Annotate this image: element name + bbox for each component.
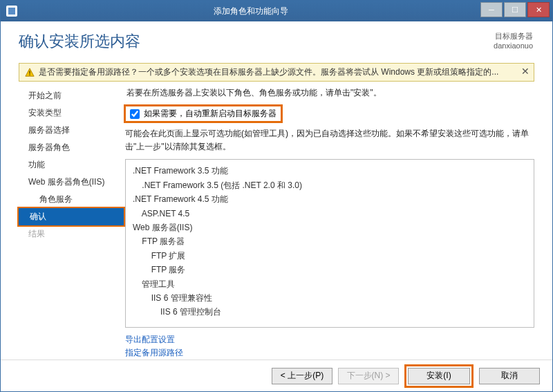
optional-features-explain: 可能会在此页面上显示可选功能(如管理工具)，因为已自动选择这些功能。如果不希望安… [125,127,534,153]
feature-item: FTP 扩展 [133,249,527,263]
next-button: 下一步(N) > [338,368,399,384]
target-server-name: danxiaonuo [494,41,533,50]
warning-bar: 是否需要指定备用源路径？一个或多个安装选项在目标服务器上缺少源文件。服务器将尝试… [19,63,534,82]
warning-close-icon[interactable]: ✕ [521,66,529,77]
sidebar-item-install-type[interactable]: 安装类型 [1,104,125,122]
close-icon: ✕ [536,6,542,14]
button-label: 取消 [501,370,518,382]
button-label: < 上一步(P) [281,370,324,382]
feature-item: .NET Framework 3.5 (包括 .NET 2.0 和 3.0) [133,178,527,192]
export-config-link[interactable]: 导出配置设置 [125,333,534,346]
target-server-label: 目标服务器 [494,31,533,41]
auto-restart-checkbox[interactable] [130,109,140,119]
sidebar-item-label: 开始之前 [28,91,62,100]
sidebar-item-label: 确认 [30,212,46,221]
cancel-button[interactable]: 取消 [479,368,540,384]
titlebar: 添加角色和功能向导 ─ ☐ ✕ [1,1,552,21]
sidebar-item-results: 结果 [1,225,125,243]
sidebar-item-confirm[interactable]: 确认 [19,208,124,225]
auto-restart-row: 如果需要，自动重新启动目标服务器 [124,104,283,123]
wizard-icon [6,6,17,17]
minimize-icon: ─ [489,6,494,14]
close-button[interactable]: ✕ [527,2,550,17]
feature-item: FTP 服务 [133,263,527,277]
page-title: 确认安装所选内容 [19,31,140,52]
auto-restart-label: 如果需要，自动重新启动目标服务器 [144,108,276,120]
window-buttons: ─ ☐ ✕ [480,1,552,21]
feature-item: .NET Framework 4.5 功能 [133,192,527,206]
feature-item: Web 服务器(IIS) [133,221,527,234]
sidebar-item-begin[interactable]: 开始之前 [1,87,125,104]
button-label: 下一步(N) > [347,370,391,382]
sidebar-item-features[interactable]: 功能 [1,156,125,174]
svg-rect-2 [29,74,30,75]
sidebar-item-label: 安装类型 [28,108,62,118]
feature-item: IIS 6 管理兼容性 [133,291,527,305]
links-row: 导出配置设置 指定备用源路径 [125,333,534,360]
svg-rect-1 [29,71,30,73]
button-label: 安装(I) [427,370,451,382]
sidebar-item-label: 服务器选择 [28,125,70,135]
sidebar-item-server-roles[interactable]: 服务器角色 [1,139,125,156]
sidebar-item-label: 服务器角色 [28,142,70,152]
main-pane: 若要在所选服务器上安装以下角色、角色服务或功能，请单击"安装"。 如果需要，自动… [125,86,534,360]
maximize-icon: ☐ [512,6,518,14]
sidebar-item-iis[interactable]: Web 服务器角色(IIS) [1,174,125,191]
footer: < 上一步(P) 下一步(N) > 安装(I) 取消 [1,360,552,391]
sidebar-item-server-select[interactable]: 服务器选择 [1,122,125,139]
minimize-button[interactable]: ─ [480,2,503,17]
install-highlight: 安装(I) [404,364,474,388]
target-server-info: 目标服务器 danxiaonuo [494,31,533,50]
wizard-sidebar: 开始之前 安装类型 服务器选择 服务器角色 功能 Web 服务器角色(IIS) … [1,86,125,360]
header-area: 确认安装所选内容 目标服务器 danxiaonuo [1,21,552,57]
feature-item: IIS 6 管理控制台 [133,305,527,319]
maximize-button[interactable]: ☐ [504,2,526,17]
warning-text: 是否需要指定备用源路径？一个或多个安装选项在目标服务器上缺少源文件。服务器将尝试… [39,66,528,78]
feature-item: .NET Framework 3.5 功能 [133,164,527,178]
prev-button[interactable]: < 上一步(P) [272,368,332,384]
feature-item: 管理工具 [133,277,527,291]
install-instruction: 若要在所选服务器上安装以下角色、角色服务或功能，请单击"安装"。 [126,87,534,99]
install-button[interactable]: 安装(I) [408,368,470,384]
sidebar-item-label: 功能 [28,160,45,169]
sidebar-item-role-services[interactable]: 角色服务 [1,191,125,208]
sidebar-item-label: 角色服务 [39,194,73,204]
feature-item: FTP 服务器 [133,234,527,248]
sidebar-item-label: Web 服务器角色(IIS) [28,177,104,187]
warning-icon [25,68,35,77]
selected-features-list[interactable]: .NET Framework 3.5 功能 .NET Framework 3.5… [125,159,534,327]
alt-source-link[interactable]: 指定备用源路径 [125,346,534,360]
window-title: 添加角色和功能向导 [21,6,480,17]
feature-item: ASP.NET 4.5 [133,207,527,221]
sidebar-item-label: 结果 [28,229,45,239]
sidebar-highlight: 确认 [17,207,125,227]
